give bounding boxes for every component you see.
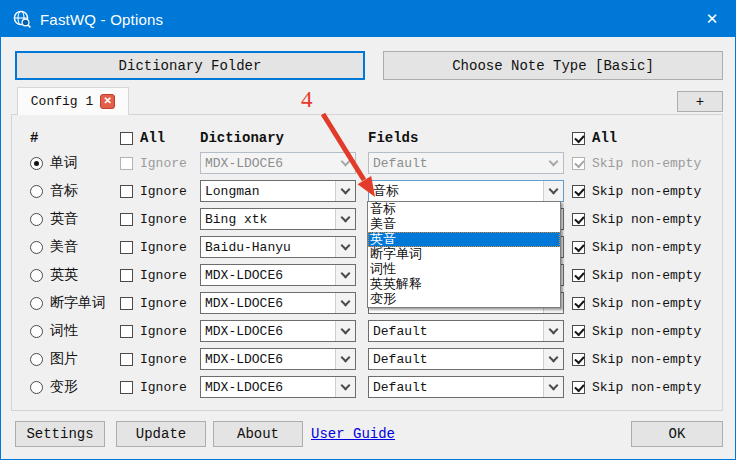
dictionary-header: Dictionary (200, 130, 284, 146)
ignore-label: Ignore (140, 268, 187, 283)
dropdown-item[interactable]: 变形 (368, 292, 560, 307)
chevron-down-icon (335, 209, 355, 229)
radio-inflection[interactable] (30, 381, 43, 394)
skip-checkbox[interactable] (572, 325, 585, 338)
skip-label: Skip non-empty (592, 212, 701, 227)
all-right-checkbox[interactable] (572, 132, 585, 145)
row-label: 美音 (50, 238, 78, 256)
skip-label: Skip non-empty (592, 296, 701, 311)
dictionary-select[interactable]: Baidu-Hanyu (200, 236, 356, 258)
dictionary-select[interactable]: Longman (200, 180, 356, 202)
dictionary-select[interactable]: MDX-LDOCE6 (200, 292, 356, 314)
dictionary-select[interactable]: Bing xtk (200, 208, 356, 230)
dictionary-select[interactable]: MDX-LDOCE6 (200, 152, 356, 174)
dropdown-item[interactable]: 美音 (368, 217, 560, 232)
skip-label: Skip non-empty (592, 380, 701, 395)
dictionary-folder-button[interactable]: Dictionary Folder (15, 51, 365, 80)
radio-hyphen-word[interactable] (30, 297, 43, 310)
fields-select[interactable]: Default (368, 320, 564, 342)
chevron-down-icon (543, 349, 563, 369)
skip-checkbox[interactable] (572, 241, 585, 254)
ignore-checkbox[interactable] (120, 185, 133, 198)
skip-checkbox[interactable] (572, 269, 585, 282)
radio-pos[interactable] (30, 325, 43, 338)
table-row: 词性 Ignore MDX-LDOCE6 Default Skip non-em… (12, 318, 722, 344)
fields-select[interactable]: Default (368, 348, 564, 370)
fields-select[interactable]: Default (368, 152, 564, 174)
ignore-label: Ignore (140, 352, 187, 367)
update-button[interactable]: Update (116, 421, 206, 447)
tab-close-icon[interactable]: ✕ (100, 94, 115, 109)
dropdown-item-selected[interactable]: 英音 (368, 232, 560, 247)
fields-value: Default (373, 156, 428, 171)
dictionary-value: Baidu-Hanyu (205, 240, 291, 255)
chevron-down-icon (543, 321, 563, 341)
dictionary-value: MDX-LDOCE6 (205, 296, 283, 311)
ignore-label: Ignore (140, 380, 187, 395)
skip-checkbox[interactable] (572, 353, 585, 366)
fields-dropdown-list: 音标 美音 英音 断字单词 词性 英英解释 变形 (367, 201, 561, 308)
ignore-checkbox[interactable] (120, 325, 133, 338)
add-tab-button[interactable]: + (677, 91, 723, 112)
fields-value: Default (373, 380, 428, 395)
annotation-step-number: 4 (301, 87, 313, 113)
table-row: 变形 Ignore MDX-LDOCE6 Default Skip non-em… (12, 374, 722, 400)
radio-uk-audio[interactable] (30, 213, 43, 226)
ignore-checkbox[interactable] (120, 213, 133, 226)
dictionary-value: Bing xtk (205, 212, 267, 227)
dropdown-item[interactable]: 词性 (368, 262, 560, 277)
dictionary-select[interactable]: MDX-LDOCE6 (200, 264, 356, 286)
radio-us-audio[interactable] (30, 241, 43, 254)
radio-image[interactable] (30, 353, 43, 366)
radio-phonetic[interactable] (30, 185, 43, 198)
chevron-down-icon (336, 153, 355, 173)
ignore-checkbox[interactable] (120, 241, 133, 254)
skip-checkbox[interactable] (572, 185, 585, 198)
window-title: FastWQ - Options (40, 11, 163, 28)
row-label: 断字单词 (50, 294, 106, 312)
dropdown-item[interactable]: 英英解释 (368, 277, 560, 292)
skip-checkbox[interactable] (572, 157, 585, 170)
fields-select-open[interactable]: 音标 (368, 180, 564, 202)
settings-button[interactable]: Settings (15, 421, 105, 447)
radio-en-en[interactable] (30, 269, 43, 282)
user-guide-link[interactable]: User Guide (311, 426, 395, 442)
ignore-label: Ignore (140, 212, 187, 227)
ignore-checkbox[interactable] (120, 381, 133, 394)
skip-checkbox[interactable] (572, 381, 585, 394)
tab-config-1[interactable]: Config 1 ✕ (17, 87, 129, 115)
dictionary-select[interactable]: MDX-LDOCE6 (200, 320, 356, 342)
dictionary-select[interactable]: MDX-LDOCE6 (200, 376, 356, 398)
skip-checkbox[interactable] (572, 213, 585, 226)
skip-label: Skip non-empty (592, 184, 701, 199)
row-label: 词性 (50, 322, 78, 340)
all-left-checkbox[interactable] (120, 132, 133, 145)
dropdown-item[interactable]: 音标 (368, 202, 560, 217)
choose-note-type-button[interactable]: Choose Note Type [Basic] (383, 51, 723, 80)
chevron-down-icon (544, 153, 563, 173)
ok-button[interactable]: OK (631, 421, 723, 447)
row-label: 英音 (50, 210, 78, 228)
dropdown-item[interactable]: 断字单词 (368, 247, 560, 262)
table-row: 图片 Ignore MDX-LDOCE6 Default Skip non-em… (12, 346, 722, 372)
skip-label: Skip non-empty (592, 352, 701, 367)
ignore-checkbox[interactable] (120, 353, 133, 366)
chevron-down-icon (335, 293, 355, 313)
skip-checkbox[interactable] (572, 297, 585, 310)
dictionary-value: MDX-LDOCE6 (205, 352, 283, 367)
dictionary-select[interactable]: MDX-LDOCE6 (200, 348, 356, 370)
ignore-checkbox[interactable] (120, 269, 133, 282)
chevron-down-icon (335, 265, 355, 285)
about-button[interactable]: About (213, 421, 303, 447)
chevron-down-icon (335, 321, 355, 341)
ignore-label: Ignore (140, 296, 187, 311)
dialog-body: Dictionary Folder Choose Note Type [Basi… (1, 37, 735, 459)
options-dialog: FastWQ - Options ✕ Dictionary Folder Cho… (0, 0, 736, 460)
radio-word[interactable] (30, 157, 43, 170)
close-button[interactable]: ✕ (689, 1, 735, 37)
dictionary-value: MDX-LDOCE6 (205, 156, 283, 171)
tab-label: Config 1 (31, 94, 93, 109)
ignore-checkbox[interactable] (120, 157, 133, 170)
fields-select[interactable]: Default (368, 376, 564, 398)
ignore-checkbox[interactable] (120, 297, 133, 310)
